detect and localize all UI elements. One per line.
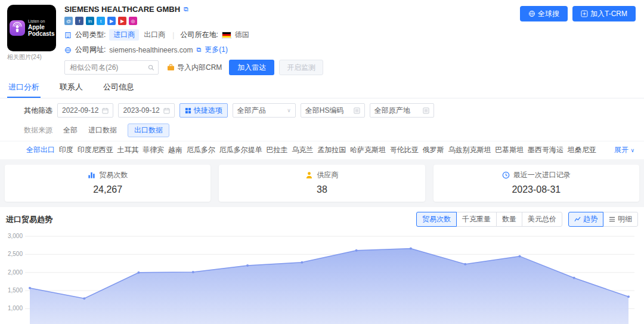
list-box-icon xyxy=(423,107,429,114)
date-to-input[interactable]: 2023-09-12 xyxy=(118,103,174,118)
stats-band: 贸易次数 24,267 供应商 38 最近一次进口记录 2023-08-31 xyxy=(0,159,644,207)
datasource-option-1[interactable]: 进口数据 xyxy=(88,125,117,135)
similar-company-box[interactable] xyxy=(64,60,159,75)
country-tab-11[interactable]: 哈萨克斯坦 xyxy=(350,145,386,155)
logo-text: Listen on Apple Podcasts xyxy=(28,19,54,37)
facebook-icon[interactable]: f xyxy=(75,17,83,25)
copy-website-icon[interactable]: ⧉ xyxy=(196,46,201,54)
svg-text:2,500: 2,500 xyxy=(8,251,23,257)
metric-toggle-0[interactable]: 贸易次数 xyxy=(416,212,457,227)
chevron-down-icon: ∨ xyxy=(287,107,291,113)
start-monitor-button[interactable]: 开启监测 xyxy=(279,60,323,75)
stat-value: 24,267 xyxy=(5,184,210,195)
calendar-icon xyxy=(102,107,109,114)
youtube-icon[interactable]: ▶ xyxy=(118,17,126,25)
country-tab-14[interactable]: 乌兹别克斯坦 xyxy=(448,145,491,155)
add-tcrm-button[interactable]: 加入T-CRM xyxy=(572,6,636,21)
company-type-label: 公司类型: xyxy=(75,30,106,40)
grid-icon xyxy=(185,107,191,114)
date-from-input[interactable]: 2022-09-12 xyxy=(57,103,113,118)
add-radar-button[interactable]: 加入雷达 xyxy=(229,60,274,75)
apple-podcasts-icon xyxy=(10,20,25,36)
view-toggle-group: 趋势明细 xyxy=(568,212,638,227)
line-chart-icon xyxy=(574,216,581,223)
tab-import-analysis[interactable]: 进口分析 xyxy=(7,78,41,98)
svg-text:1,500: 1,500 xyxy=(8,287,23,294)
hs-code-select[interactable]: 全部HS编码 xyxy=(301,103,365,118)
expand-toggle[interactable]: 展开 ∨ xyxy=(614,145,634,155)
country-tab-12[interactable]: 哥伦比亚 xyxy=(390,145,419,155)
linkedin-icon[interactable]: in xyxy=(86,17,94,25)
related-photos-link[interactable]: 相关图片(24) xyxy=(7,53,57,61)
svg-text:1,000: 1,000 xyxy=(8,305,23,311)
importer-tag[interactable]: 进口商 xyxy=(109,29,139,41)
country-tab-17[interactable]: 坦桑尼亚 xyxy=(568,145,596,155)
data-source-label: 数据来源 xyxy=(24,125,52,135)
list-icon xyxy=(609,216,615,223)
global-search-button[interactable]: 全球搜 xyxy=(520,6,568,21)
filter-bar: 其他筛选 2022-09-12 2023-09-12 快捷选项 全部产品 ∨ 全… xyxy=(0,98,644,121)
country-tab-1[interactable]: 印度 xyxy=(59,145,73,155)
website-label: 公司网址: xyxy=(75,45,106,55)
website-icon[interactable]: @ xyxy=(64,17,73,25)
origin-select[interactable]: 全部原产地 xyxy=(370,103,434,118)
location-label: 公司所在地: xyxy=(180,30,218,40)
metric-toggle-1[interactable]: 千克重量 xyxy=(456,212,497,227)
trend-toggles: 贸易次数千克重量数量美元总价 趋势明细 xyxy=(416,212,638,227)
tab-contacts[interactable]: 联系人 xyxy=(58,78,84,98)
website-value[interactable]: siemens-healthineers.com xyxy=(109,46,193,54)
country-tab-4[interactable]: 菲律宾 xyxy=(143,145,164,155)
more-link[interactable]: 更多(1) xyxy=(205,45,228,55)
quick-options-button[interactable]: 快捷选项 xyxy=(179,103,228,118)
stat-label: 贸易次数 xyxy=(99,170,128,180)
header-actions-row: 导入内部CRM 加入雷达 开启监测 xyxy=(64,60,637,75)
country-tab-7[interactable]: 厄瓜多尔提单 xyxy=(219,145,262,155)
import-internal-crm-button[interactable]: 导入内部CRM xyxy=(167,63,222,73)
country-tab-16[interactable]: 墨西哥海运 xyxy=(528,145,564,155)
trend-chart: 05001,0001,5002,0002,5003,000 2022-09202… xyxy=(0,229,644,324)
country-tab-13[interactable]: 俄罗斯 xyxy=(423,145,444,155)
country-tab-6[interactable]: 厄瓜多尔 xyxy=(187,145,215,155)
supplier-icon xyxy=(305,171,313,179)
stat-label: 最近一次进口记录 xyxy=(513,170,571,180)
globe-white-icon xyxy=(528,10,535,17)
stat-value: 38 xyxy=(219,184,425,195)
similar-company-input[interactable] xyxy=(69,63,143,72)
twitter-icon[interactable]: t xyxy=(97,17,105,25)
instagram-icon[interactable]: ◎ xyxy=(129,17,137,25)
svg-text:3,000: 3,000 xyxy=(8,233,23,239)
country-tab-8[interactable]: 巴拉圭 xyxy=(267,145,288,155)
view-toggle-detail[interactable]: 明细 xyxy=(603,212,638,227)
briefcase-icon xyxy=(167,64,175,71)
copy-company-name-icon[interactable]: ⧉ xyxy=(184,5,188,13)
trend-area-chart: 05001,0001,5002,0002,5003,000 2022-09202… xyxy=(5,230,639,324)
page: Listen on Apple Podcasts 相关图片(24) SIEMEN… xyxy=(0,0,644,324)
datasource-option-2[interactable]: 出口数据 xyxy=(128,124,169,137)
stat-label: 供应商 xyxy=(317,170,338,180)
tab-company-info[interactable]: 公司信息 xyxy=(102,78,135,98)
company-type-row: 公司类型: 进口商 出口商 | 公司所在地: 德国 xyxy=(64,29,637,41)
view-toggle-label: 明细 xyxy=(618,214,632,224)
country-tab-5[interactable]: 越南 xyxy=(168,145,182,155)
stat-card-trade-count: 贸易次数 24,267 xyxy=(5,165,210,202)
country-tab-0[interactable]: 全部出口 xyxy=(26,145,55,155)
metric-toggle-2[interactable]: 数量 xyxy=(496,212,522,227)
stat-value: 2023-08-31 xyxy=(434,184,639,195)
product-select[interactable]: 全部产品 ∨ xyxy=(233,103,296,118)
exporter-tag[interactable]: 出口商 xyxy=(143,29,166,41)
video-icon[interactable]: ▶ xyxy=(107,17,116,25)
data-source-options: 全部进口数据出口数据 xyxy=(63,124,169,137)
logo-wrap: Listen on Apple Podcasts 相关图片(24) xyxy=(7,5,57,75)
country-tab-2[interactable]: 印度尼西亚 xyxy=(78,145,113,155)
company-header: Listen on Apple Podcasts 相关图片(24) SIEMEN… xyxy=(0,0,644,78)
trend-title: 进口贸易趋势 xyxy=(6,214,52,225)
country-tab-10[interactable]: 孟加拉国 xyxy=(317,145,346,155)
country-tab-15[interactable]: 巴基斯坦 xyxy=(495,145,524,155)
metric-toggle-3[interactable]: 美元总价 xyxy=(522,212,562,227)
metric-toggle-group: 贸易次数千克重量数量美元总价 xyxy=(416,212,562,227)
datasource-option-0[interactable]: 全部 xyxy=(63,125,78,135)
view-toggle-trend[interactable]: 趋势 xyxy=(568,212,603,227)
country-tab-3[interactable]: 土耳其 xyxy=(117,145,138,155)
country-tab-9[interactable]: 乌克兰 xyxy=(292,145,313,155)
search-icon[interactable] xyxy=(148,64,154,71)
